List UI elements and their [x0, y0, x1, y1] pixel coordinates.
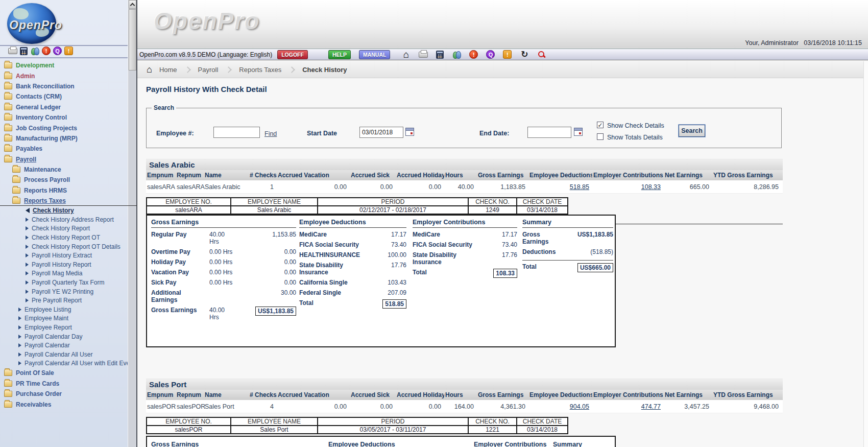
sidebar-item[interactable]: General Ledger — [0, 102, 128, 112]
sidebar-item[interactable]: Receivables — [0, 399, 128, 409]
sidebar-item[interactable]: Payroll Quarterly Tax Form — [0, 278, 128, 287]
sidebar-item[interactable]: Pre Payroll Report — [0, 296, 128, 305]
alert-icon[interactable]: ! — [42, 46, 51, 55]
calendar-icon[interactable] — [405, 128, 414, 136]
sidebar-item[interactable]: Job Costing Projects — [0, 123, 128, 133]
scroll-up-button[interactable] — [129, 0, 136, 9]
sidebar-item[interactable]: Check History Report — [0, 224, 128, 233]
users-icon[interactable] — [30, 46, 39, 55]
deductions-link[interactable]: 518.85 — [570, 183, 589, 191]
summary-divider — [522, 260, 613, 261]
sidebar-item[interactable]: Payroll Calendar All User — [0, 350, 128, 359]
find-link[interactable]: Find — [264, 130, 277, 137]
home-icon[interactable]: ⌂ — [147, 64, 152, 75]
detail-row: State Disability Insurance17.76 — [299, 260, 406, 277]
refresh-icon[interactable]: ↻ — [520, 50, 529, 59]
sidebar-item[interactable]: Point Of Sale — [0, 368, 128, 378]
sidebar-item[interactable]: Process Payroll — [0, 175, 128, 185]
print-icon[interactable] — [8, 48, 17, 54]
sidebar-item[interactable]: Maintenance — [0, 164, 128, 175]
breadcrumb-check-history: Check History — [302, 66, 347, 74]
sidebar-scrollbar[interactable] — [128, 0, 136, 447]
sidebar-item[interactable]: PR Time Cards — [0, 379, 128, 389]
folder-icon — [4, 381, 12, 387]
sidebar-item[interactable]: Payables — [0, 144, 128, 154]
sidebar-item-development[interactable]: Development — [0, 60, 128, 70]
home-icon[interactable]: ⌂ — [401, 50, 411, 59]
breadcrumb-payroll[interactable]: Payroll — [198, 66, 219, 74]
sidebar-item[interactable]: Purchase Order — [0, 389, 128, 399]
sidebar-item[interactable]: Payroll Calendar All User with Edit Even… — [0, 359, 128, 368]
group-header-sales-port: Sales Port — [146, 379, 783, 390]
net-total-box: US$665.00 — [577, 263, 613, 272]
help-button[interactable]: HELP — [328, 50, 351, 59]
sidebar-item-admin[interactable]: Admin — [0, 70, 128, 81]
check-info-table: EMPLOYEE NO.EMPLOYEE NAMEPERIODCHECK NO.… — [146, 417, 568, 434]
table-row: salesARAsalesARASales Arabic10.000.000.0… — [146, 180, 783, 194]
sidebar-item-payroll[interactable]: Payroll — [0, 154, 128, 164]
sidebar-item[interactable]: Payroll History Extract — [0, 251, 128, 260]
users-icon[interactable] — [452, 50, 461, 59]
sidebar-item[interactable]: Reports HRMS — [0, 185, 128, 196]
employer-contributions-link-cell: 108.33 — [592, 183, 664, 191]
sidebar-item[interactable]: Inventory Control — [0, 112, 128, 123]
triangle-icon — [26, 271, 29, 275]
sidebar-item[interactable]: Employee Listing — [0, 305, 128, 314]
deductions-link[interactable]: 904.05 — [570, 403, 589, 410]
triangle-icon — [18, 316, 21, 320]
gross-total-box: US$1,183.85 — [255, 307, 296, 316]
sidebar-item[interactable]: Employee Report — [0, 323, 128, 332]
employee-label: Employee #: — [156, 130, 194, 137]
quick-find-icon[interactable]: Q — [53, 46, 62, 55]
employee-input[interactable] — [213, 127, 260, 138]
sidebar-item[interactable]: Bank Reconciliation — [0, 81, 128, 91]
folder-icon — [4, 93, 12, 100]
show-check-details-checkbox[interactable]: ✓ — [597, 122, 604, 128]
end-date-input[interactable] — [527, 127, 571, 138]
sidebar-item[interactable]: Contacts (CRM) — [0, 91, 128, 102]
sidebar-item[interactable]: Payroll Calendar Day — [0, 332, 128, 341]
sidebar-item[interactable]: Payroll Mag Media — [0, 269, 128, 278]
sidebar-item[interactable]: Payroll Calendar — [0, 341, 128, 350]
calendar-icon[interactable] — [574, 128, 583, 136]
sidebar-item[interactable]: Manufacturing (MRP) — [0, 133, 128, 144]
quick-find-icon[interactable]: Q — [486, 50, 495, 59]
detail-row: Federal Single207.09 — [299, 288, 406, 298]
content-scrollbar[interactable] — [863, 61, 868, 447]
sidebar-item[interactable]: Payroll YE W2 Printing — [0, 287, 128, 296]
info-icon[interactable]: ! — [64, 46, 73, 55]
sidebar-item-check-history[interactable]: Check History — [0, 206, 128, 215]
triangle-icon — [18, 352, 21, 357]
search-panel: Search Employee #: Find Start Date End D… — [146, 104, 782, 148]
sidebar-item[interactable]: Employee Maint — [0, 314, 128, 323]
sidebar-item[interactable]: Payroll History Report — [0, 260, 128, 269]
print-icon[interactable] — [419, 52, 428, 58]
info-icon[interactable]: ! — [503, 50, 512, 59]
sidebar-item[interactable]: Check History Report OT Details — [0, 242, 128, 251]
triangle-icon — [18, 325, 21, 330]
search-button[interactable]: Search — [679, 125, 705, 137]
search-icon[interactable] — [537, 50, 546, 59]
alert-icon[interactable]: ! — [469, 50, 478, 59]
sidebar-item-reports-taxes[interactable]: Reports Taxes — [0, 196, 128, 206]
calculator-icon[interactable] — [20, 47, 28, 55]
breadcrumb-home[interactable]: Home — [159, 66, 177, 74]
sidebar-item[interactable]: Check History Report OT — [0, 233, 128, 242]
manual-button[interactable]: MANUAL — [359, 50, 391, 59]
logoff-button[interactable]: LOGOFF — [277, 50, 308, 59]
calculator-icon[interactable] — [436, 51, 444, 59]
content: Payroll History With Check Detail Search… — [137, 79, 868, 447]
sidebar-item[interactable]: Check History Address Report — [0, 215, 128, 224]
breadcrumb-reports-taxes[interactable]: Reports Taxes — [239, 66, 281, 74]
show-totals-details-checkbox[interactable] — [597, 133, 604, 140]
contributions-link[interactable]: 474.77 — [641, 403, 661, 410]
detail-total-row: Total518.85 — [299, 298, 406, 310]
user-name: Your, Administrator — [745, 39, 798, 46]
start-date-input[interactable] — [359, 127, 403, 138]
triangle-icon — [26, 226, 29, 230]
contributions-link[interactable]: 108.33 — [641, 183, 661, 191]
scrollbar-thumb[interactable] — [129, 9, 136, 70]
user-info: Your, Administrator 03/16/2018 10:11:15 — [745, 39, 862, 46]
folder-icon — [12, 187, 20, 194]
triangle-icon — [18, 335, 21, 339]
